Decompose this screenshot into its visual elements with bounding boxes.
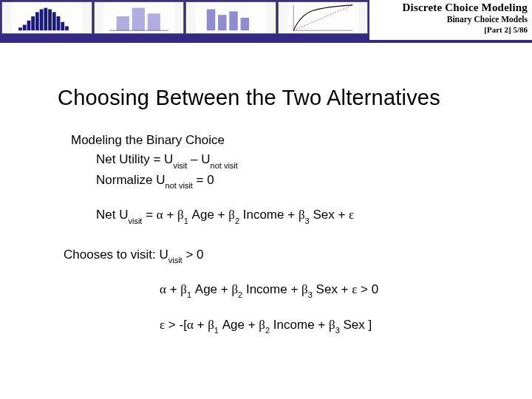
beta: β [180, 282, 187, 296]
text: Sex ] [340, 318, 372, 332]
svg-rect-11 [61, 22, 64, 30]
line-chooses: Chooses to visit: Uvisit > 0 [64, 245, 505, 265]
svg-rect-2 [23, 25, 27, 31]
text: = 0 [193, 173, 214, 187]
svg-rect-21 [229, 11, 237, 30]
svg-rect-22 [241, 18, 249, 30]
svg-rect-19 [207, 10, 215, 31]
svg-rect-16 [147, 13, 160, 30]
text: = [142, 208, 156, 222]
sub-3: 3 [308, 290, 313, 299]
text: > 0 [183, 248, 204, 262]
slide-heading: Choosing Between the Two Alternatives [58, 86, 505, 110]
thumb-histogram [1, 1, 92, 34]
text: Net U [96, 208, 128, 222]
text: Net Utility = U [96, 152, 173, 166]
svg-rect-3 [27, 21, 31, 30]
svg-rect-12 [65, 26, 69, 30]
sub-notvisit: not visit [211, 161, 238, 170]
thumb-bars [185, 1, 276, 34]
thumb-roc [278, 1, 369, 34]
beta: β [228, 208, 235, 222]
svg-rect-6 [40, 10, 44, 31]
sub-1: 1 [214, 326, 219, 335]
text: Sex + [310, 208, 349, 222]
histogram-icon [2, 2, 92, 33]
epsilon: ε [349, 208, 354, 222]
sub-1: 1 [187, 290, 191, 299]
line-normalize: Normalize Unot visit = 0 [96, 171, 505, 191]
slide-body: Modeling the Binary Choice Net Utility =… [71, 131, 505, 335]
course-title: Discrete Choice Modeling [403, 1, 528, 14]
banner-right: Discrete Choice Modeling Binary Choice M… [403, 1, 528, 34]
beta: β [299, 208, 305, 222]
banner-thumbnails [0, 0, 369, 34]
slide-number: [Part 2] 5/86 [403, 25, 528, 34]
svg-rect-14 [116, 16, 129, 30]
text: + [166, 282, 180, 296]
beta: β [177, 208, 184, 222]
alpha: α [157, 208, 163, 222]
roc-curve-icon [279, 2, 368, 33]
sub-3: 3 [305, 216, 310, 225]
sub-2: 2 [238, 290, 242, 299]
sub-visit: visit [128, 216, 142, 225]
alpha: α [187, 318, 194, 332]
svg-rect-7 [44, 8, 47, 31]
svg-rect-1 [18, 27, 22, 30]
banner-strip [0, 34, 369, 40]
bars-icon [186, 2, 276, 33]
text: Age + [188, 208, 228, 222]
beta: β [231, 282, 238, 296]
content: Choosing Between the Two Alternatives Mo… [0, 86, 532, 335]
svg-rect-5 [35, 12, 39, 30]
text: Income + [242, 282, 301, 296]
line-net-utility: Net Utility = Uvisit – Unot visit [96, 150, 505, 170]
sub-2: 2 [235, 216, 239, 225]
line-inequality-1: α + β1 Age + β2 Income + β3 Sex + ε > 0 [160, 280, 505, 300]
svg-rect-20 [218, 15, 226, 30]
text: Sex + [313, 282, 352, 296]
grouped-bars-icon [95, 2, 184, 33]
svg-rect-10 [57, 16, 61, 30]
svg-rect-15 [132, 8, 144, 31]
text: Income + [270, 318, 329, 332]
text: + [163, 208, 177, 222]
text: – U [187, 152, 210, 166]
sub-visit: visit [173, 161, 187, 170]
text: Normalize U [96, 173, 166, 187]
beta: β [329, 318, 335, 332]
sub-visit: visit [168, 256, 183, 265]
banner: Discrete Choice Modeling Binary Choice M… [0, 0, 532, 43]
text: Age + [219, 318, 259, 332]
beta: β [259, 318, 265, 332]
text: Age + [191, 282, 231, 296]
line-modeling: Modeling the Binary Choice [71, 131, 505, 150]
line-inequality-2: ε > -[α + β1 Age + β2 Income + β3 Sex ] [160, 316, 505, 335]
alpha: α [160, 282, 166, 296]
svg-rect-4 [31, 16, 35, 30]
sub-3: 3 [335, 326, 340, 335]
text: Chooses to visit: U [64, 248, 168, 262]
slide: Discrete Choice Modeling Binary Choice M… [0, 0, 532, 399]
beta: β [301, 282, 308, 296]
svg-rect-8 [48, 10, 52, 31]
sub-1: 1 [184, 216, 188, 225]
text: > -[ [165, 318, 187, 332]
text: Income + [239, 208, 299, 222]
text: > 0 [357, 282, 378, 296]
beta: β [208, 318, 214, 332]
line-net-uvisit-eq: Net Uvisit = α + β1 Age + β2 Income + β3… [96, 205, 505, 225]
thumb-grouped-bars [94, 1, 185, 34]
text: + [194, 318, 208, 332]
sub-2: 2 [265, 326, 270, 335]
svg-rect-9 [52, 12, 56, 30]
sub-notvisit: not visit [166, 181, 193, 190]
course-subtitle: Binary Choice Models [403, 15, 528, 24]
